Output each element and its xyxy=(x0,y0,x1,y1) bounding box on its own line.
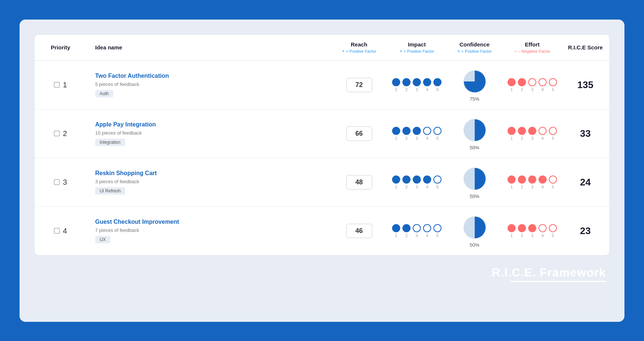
confidence-label: 50% xyxy=(470,242,479,248)
idea-tag: UI Refresh xyxy=(95,187,125,195)
effort-cell: 1 2 3 4 5 xyxy=(503,60,561,109)
effort-dot-item: 2 xyxy=(518,78,526,92)
confidence-display: 50% xyxy=(450,117,499,150)
table-row: 2 Apple Pay Integration 10 pieces of fee… xyxy=(35,109,609,158)
priority-cell: 3 xyxy=(35,158,86,206)
impact-dot xyxy=(433,175,442,184)
reach-cell: 72 xyxy=(330,60,388,109)
dot-label: 1 xyxy=(395,136,397,140)
effort-dot-label: 5 xyxy=(552,87,554,92)
effort-dot-label: 4 xyxy=(541,233,544,238)
effort-dot xyxy=(528,175,536,184)
effort-dot xyxy=(518,224,526,232)
idea-feedback: 10 pieces of feedback xyxy=(95,130,326,136)
row-checkbox[interactable] xyxy=(54,131,60,136)
rice-score-value: 33 xyxy=(580,128,591,139)
priority-number: 2 xyxy=(63,129,67,138)
effort-dot-label: 1 xyxy=(510,233,513,238)
idea-feedback: 5 pieces of feedback xyxy=(95,81,326,87)
effort-dot-label: 5 xyxy=(552,233,554,238)
idea-cell: Apple Pay Integration 10 pieces of feedb… xyxy=(86,109,330,158)
impact-cell: 1 2 3 4 5 xyxy=(388,109,446,158)
priority-number: 1 xyxy=(63,81,67,89)
effort-dot-label: 5 xyxy=(552,136,554,140)
idea-title[interactable]: Guest Checkout Improvement xyxy=(95,219,326,225)
impact-dot xyxy=(423,78,431,86)
effort-dot-item: 3 xyxy=(528,78,536,92)
impact-dot xyxy=(413,127,421,135)
rice-score-value: 135 xyxy=(577,79,593,90)
confidence-pie xyxy=(461,214,488,241)
impact-dot xyxy=(392,175,400,184)
confidence-pie xyxy=(461,68,488,95)
impact-dot-item: 2 xyxy=(402,175,411,189)
dot-label: 5 xyxy=(436,233,439,238)
dot-label: 4 xyxy=(426,233,428,238)
impact-dot xyxy=(402,78,411,86)
impact-dot-item: 5 xyxy=(433,78,442,92)
confidence-cell: 50% xyxy=(446,109,503,158)
impact-cell: 1 2 3 4 5 xyxy=(388,158,446,206)
effort-dot-label: 5 xyxy=(552,185,554,189)
dot-label: 1 xyxy=(395,87,397,92)
header-confidence: Confidence + + Positive Factor xyxy=(446,35,503,61)
dot-label: 4 xyxy=(426,185,428,189)
header-idea: Idea name xyxy=(86,35,330,61)
effort-dot-label: 4 xyxy=(541,136,544,140)
idea-title[interactable]: Apple Pay Integration xyxy=(95,121,326,128)
effort-dot-item: 1 xyxy=(508,78,516,92)
pie-fill xyxy=(475,216,486,239)
effort-dot-item: 2 xyxy=(518,224,526,238)
idea-title[interactable]: Reskin Shopping Cart xyxy=(95,170,326,177)
impact-dot xyxy=(433,78,442,86)
dot-label: 5 xyxy=(436,185,439,189)
confidence-pie xyxy=(461,166,488,192)
dot-label: 3 xyxy=(416,233,418,238)
confidence-cell: 50% xyxy=(446,206,503,255)
row-checkbox[interactable] xyxy=(54,228,60,234)
idea-title[interactable]: Two Factor Authentication xyxy=(95,73,326,79)
effort-dot xyxy=(549,175,557,184)
effort-dot xyxy=(508,127,516,135)
effort-dot xyxy=(549,127,557,135)
dot-label: 2 xyxy=(405,87,408,92)
effort-cell: 1 2 3 4 5 xyxy=(503,206,561,255)
effort-dot xyxy=(539,175,547,184)
row-checkbox[interactable] xyxy=(54,82,60,88)
rice-score-cell: 33 xyxy=(561,109,609,158)
effort-dot-label: 2 xyxy=(521,185,523,189)
effort-dot xyxy=(518,127,526,135)
reach-value: 72 xyxy=(346,78,372,92)
row-checkbox[interactable] xyxy=(54,179,60,185)
dot-label: 5 xyxy=(436,136,439,140)
confidence-display: 50% xyxy=(450,166,499,199)
effort-dot-item: 2 xyxy=(518,127,526,140)
header-effort: Effort – – Negative Factor xyxy=(503,35,561,61)
impact-dot-item: 1 xyxy=(392,78,400,92)
impact-dot-item: 4 xyxy=(423,175,431,189)
dot-label: 2 xyxy=(405,233,408,238)
rice-score-cell: 24 xyxy=(561,158,609,206)
effort-dot-item: 5 xyxy=(549,224,557,238)
effort-dot-item: 1 xyxy=(508,175,516,189)
priority-number: 4 xyxy=(63,227,67,235)
reach-value: 46 xyxy=(346,224,372,238)
effort-dot-label: 1 xyxy=(510,136,513,140)
footer-underline xyxy=(510,281,606,282)
dot-label: 1 xyxy=(395,185,397,189)
effort-dot-label: 4 xyxy=(541,87,544,92)
effort-dots: 1 2 3 4 5 xyxy=(508,127,557,140)
effort-dots: 1 2 3 4 5 xyxy=(508,175,557,189)
effort-dot-label: 2 xyxy=(521,136,523,140)
impact-dot-item: 3 xyxy=(413,78,421,92)
dot-label: 2 xyxy=(405,136,408,140)
impact-dot-item: 2 xyxy=(402,78,411,92)
header-impact: Impact + + Positive Factor xyxy=(388,35,446,61)
effort-dot xyxy=(518,78,526,86)
effort-cell: 1 2 3 4 5 xyxy=(503,158,561,206)
idea-tag: UX xyxy=(95,236,110,243)
effort-dot-label: 2 xyxy=(521,87,523,92)
impact-dots: 1 2 3 4 5 xyxy=(392,78,442,92)
effort-dot-item: 5 xyxy=(549,175,557,189)
rice-table: Priority Idea name Reach + + Positive Fa… xyxy=(35,35,609,255)
